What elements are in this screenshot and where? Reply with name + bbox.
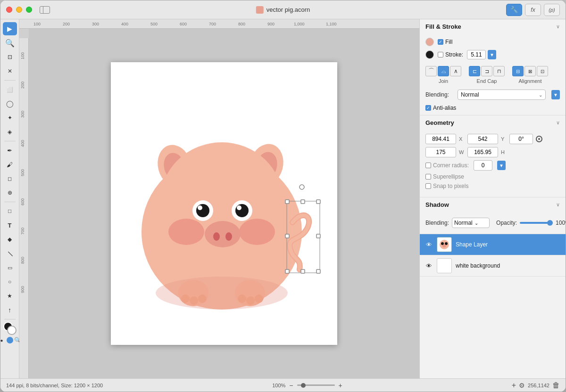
tool-rounded-rect[interactable]: ▭: [3, 261, 17, 274]
tool-arrow[interactable]: ↑: [3, 303, 17, 317]
geo-y-input[interactable]: [467, 134, 498, 144]
tool-crop[interactable]: ⊡: [3, 50, 17, 64]
shadow-header[interactable]: Shadow ∨: [420, 197, 566, 212]
geo-h-input[interactable]: [467, 147, 498, 157]
blending-row: Blending: Normal ⌄ ▼: [420, 87, 566, 103]
alignment-buttons: ⊟ ⊠ ⊡: [512, 66, 548, 76]
bottom-center: 100% − +: [107, 382, 508, 389]
toolbar-left: ▶ 🔍 ⊡ ✕ ⬜ ◯ ✦ ◈ ✒ 🖌 ◻ ⊕ □ T ◆ | ▭ ○ ★ ↑: [0, 19, 19, 378]
corner-checkbox-label[interactable]: Corner radius:: [425, 162, 469, 169]
svg-text:900: 900: [20, 286, 25, 293]
tool-gradient[interactable]: ◈: [3, 125, 17, 139]
tool-transform[interactable]: ✕: [3, 65, 17, 78]
zoom-plus-icon[interactable]: +: [339, 382, 342, 389]
layer-eye-bg[interactable]: 👁: [424, 261, 433, 270]
fill-color-swatch[interactable]: [425, 38, 434, 46]
endcap-btn-3[interactable]: ⊓: [493, 66, 505, 76]
tool-paint[interactable]: 🖌: [3, 158, 17, 171]
tool-extra-2[interactable]: [7, 337, 13, 343]
svg-text:900: 900: [267, 22, 275, 26]
tool-lasso[interactable]: ◯: [3, 97, 17, 110]
fx-tab[interactable]: fx: [525, 4, 541, 16]
blending-dropdown-btn[interactable]: ▼: [551, 90, 560, 99]
corner-radius-dropdown[interactable]: ▼: [497, 161, 506, 170]
svg-point-40: [181, 294, 190, 303]
corner-radius-input[interactable]: [474, 160, 492, 171]
layer-item-shape[interactable]: 👁 Shape Layer: [420, 234, 566, 255]
tool-eraser[interactable]: ◻: [3, 172, 17, 185]
antialias-checkbox-label[interactable]: ✓ Anti-alias: [425, 105, 456, 111]
stroke-input[interactable]: [467, 50, 486, 59]
layer-item-bg[interactable]: 👁 white background: [420, 255, 566, 277]
zoom-slider[interactable]: [297, 384, 335, 386]
tool-line[interactable]: |: [0, 244, 19, 263]
toolbar-divider-2: [4, 141, 16, 141]
tool-bezier[interactable]: ◆: [3, 233, 17, 246]
svg-rect-53: [301, 270, 305, 273]
canvas-viewport[interactable]: [29, 29, 419, 378]
blending-select[interactable]: Normal ⌄: [458, 90, 546, 100]
fill-stroke-header[interactable]: Fill & Stroke ∨: [420, 19, 566, 34]
geo-h-label: H: [501, 149, 507, 155]
stroke-dropdown[interactable]: ▼: [488, 50, 496, 59]
tool-pen[interactable]: ✒: [3, 144, 17, 157]
rotation-dot[interactable]: [536, 136, 542, 142]
geometry-header[interactable]: Geometry ∨: [420, 115, 566, 130]
fill-label: Fill: [445, 39, 452, 45]
tool-stamp[interactable]: ⊕: [3, 186, 17, 199]
shadow-blending-select[interactable]: Normal ⌄: [452, 218, 490, 228]
svg-point-37: [225, 232, 232, 241]
close-button[interactable]: [6, 7, 12, 13]
settings-icon[interactable]: ⚙: [519, 382, 525, 389]
join-btn-1[interactable]: ⌒: [425, 66, 437, 76]
tool-text[interactable]: T: [3, 219, 17, 232]
minimize-button[interactable]: [16, 7, 22, 13]
maximize-button[interactable]: [26, 7, 32, 13]
endcap-btn-1[interactable]: ⊏: [469, 66, 480, 76]
tool-magic-wand[interactable]: ✦: [3, 111, 17, 124]
svg-text:500: 500: [150, 22, 158, 26]
join-btn-3[interactable]: ∧: [450, 66, 461, 76]
svg-point-35: [205, 221, 241, 247]
align-btn-3[interactable]: ⊡: [537, 66, 548, 76]
svg-text:1,000: 1,000: [294, 22, 305, 26]
geo-x-input[interactable]: [425, 134, 456, 144]
align-btn-2[interactable]: ⊠: [524, 66, 536, 76]
superellipse-checkbox[interactable]: [425, 174, 431, 180]
tool-star[interactable]: ★: [3, 289, 17, 302]
geo-rotation-input[interactable]: [509, 134, 533, 144]
stroke-checkbox-label[interactable]: Stroke:: [438, 51, 463, 58]
fill-checkbox[interactable]: ✓: [438, 39, 443, 45]
fill-stroke-content: ✓ Fill Stroke: ▼: [420, 34, 566, 63]
tool-extra-1[interactable]: ●: [0, 337, 5, 343]
align-btn-1[interactable]: ⊟: [512, 66, 524, 76]
antialias-checkbox[interactable]: ✓: [425, 105, 431, 111]
color-indicator[interactable]: [3, 322, 17, 335]
geo-w-input[interactable]: [425, 147, 456, 157]
tool-rect-select[interactable]: ⬜: [3, 83, 17, 96]
fill-checkbox-label[interactable]: ✓ Fill: [438, 39, 452, 45]
opacity-slider[interactable]: [520, 222, 553, 224]
tool-rect[interactable]: □: [3, 204, 17, 218]
sidebar-toggle[interactable]: [40, 6, 50, 14]
tool-zoom[interactable]: 🔍: [3, 36, 17, 49]
tool-select[interactable]: ▶: [3, 22, 17, 35]
script-tab[interactable]: (p): [544, 4, 560, 16]
stroke-color-swatch[interactable]: [425, 50, 434, 59]
layer-eye-shape[interactable]: 👁: [424, 240, 433, 249]
zoom-minus-icon[interactable]: −: [289, 382, 293, 389]
superellipse-checkbox-label[interactable]: Superellipse: [425, 173, 464, 180]
endcap-btn-2[interactable]: ⊐: [481, 66, 492, 76]
background-color[interactable]: [7, 326, 17, 335]
snap-checkbox[interactable]: [425, 183, 431, 189]
snap-checkbox-label[interactable]: Snap to pixels: [425, 183, 468, 189]
corner-checkbox[interactable]: [425, 163, 431, 168]
join-btn-2[interactable]: ⌓: [438, 66, 449, 76]
add-layer-icon[interactable]: +: [512, 381, 516, 390]
tool-ellipse[interactable]: ○: [3, 275, 17, 288]
trash-icon[interactable]: 🗑: [552, 381, 560, 390]
stroke-checkbox[interactable]: [438, 52, 443, 57]
blending-value: Normal: [461, 91, 479, 98]
canvas[interactable]: [111, 62, 337, 345]
tools-tab[interactable]: 🔧: [506, 4, 522, 16]
